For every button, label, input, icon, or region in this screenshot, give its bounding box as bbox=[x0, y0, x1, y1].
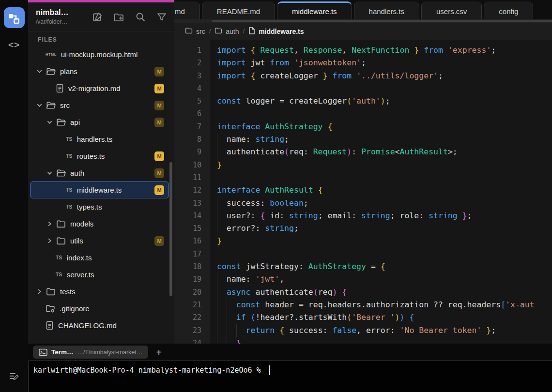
tree-item-auth[interactable]: authM bbox=[30, 165, 169, 181]
sidebar-scrollbar[interactable] bbox=[169, 162, 172, 296]
tree-item-utils[interactable]: utilsM bbox=[30, 232, 169, 249]
sidebar-header: nimbal… /var/folder… bbox=[28, 2, 174, 31]
line-number: 2 bbox=[174, 57, 210, 69]
tab-md[interactable]: md bbox=[174, 1, 200, 19]
tree-item-src[interactable]: srcM bbox=[30, 97, 169, 114]
tree-item-label: src bbox=[60, 101, 70, 109]
tree-item-changelog-md[interactable]: CHANGELOG.md bbox=[30, 317, 169, 334]
tab-scrollbar[interactable] bbox=[174, 19, 552, 23]
code-line-18: const jwtStrategy: AuthStrategy = { bbox=[217, 260, 552, 273]
terminal-tab-path: …/T/nimbalyst-market… bbox=[77, 349, 143, 356]
line-number-gutter: 123456789101112131415161718192021222324 bbox=[174, 40, 210, 344]
code-brackets-icon[interactable]: <> bbox=[8, 40, 20, 50]
code-editor[interactable]: 123456789101112131415161718192021222324 … bbox=[174, 40, 552, 344]
editor-area: mdREADME.mdmiddleware.tshandlers.tsusers… bbox=[174, 0, 552, 344]
folder-open-icon bbox=[46, 101, 56, 109]
compose-notes-icon[interactable] bbox=[0, 371, 28, 381]
code-line-15: error?: string; bbox=[217, 222, 552, 235]
modified-badge: M bbox=[154, 67, 164, 76]
breadcrumb: src/auth/middleware.ts bbox=[174, 23, 552, 40]
line-number: 11 bbox=[174, 171, 210, 184]
ts-icon: TS bbox=[56, 272, 62, 277]
project-name: nimbal… bbox=[36, 8, 69, 17]
tree-item-middleware-ts[interactable]: TSmiddleware.tsM bbox=[30, 181, 169, 198]
terminal-tab[interactable]: Term… …/T/nimbalyst-market… bbox=[33, 346, 148, 359]
code-line-24: } bbox=[217, 337, 552, 344]
code-line-1: import { Request, Response, NextFunction… bbox=[217, 44, 552, 57]
line-number: 18 bbox=[174, 260, 210, 273]
new-terminal-button[interactable]: + bbox=[156, 347, 162, 357]
folder-icon bbox=[185, 27, 193, 35]
tab-users-csv[interactable]: users.csv bbox=[421, 1, 482, 19]
tree-item--gitignore[interactable]: .gitignore bbox=[30, 300, 169, 317]
folder-closed-icon bbox=[46, 287, 56, 296]
ts-icon: TS bbox=[66, 136, 73, 142]
ts-icon: TS bbox=[56, 255, 62, 260]
line-number: 20 bbox=[174, 286, 210, 299]
tree-item-index-ts[interactable]: TSindex.ts bbox=[30, 249, 169, 266]
code-line-7: interface AuthStrategy { bbox=[217, 121, 552, 133]
indent-guide bbox=[227, 311, 227, 324]
project-path: /var/folder… bbox=[36, 18, 69, 25]
code-line-22: if (!header?.startsWith('Bearer ')) { bbox=[217, 311, 552, 324]
code-line-10: } bbox=[217, 159, 552, 171]
breadcrumb-middleware-ts[interactable]: middleware.ts bbox=[248, 27, 304, 36]
code-line-8: name: string; bbox=[217, 133, 552, 146]
tree-item-plans[interactable]: plansM bbox=[30, 63, 169, 80]
line-number: 22 bbox=[174, 311, 210, 324]
terminal-output[interactable]: karlwirth@MacBook-Pro-4 nimbalyst-market… bbox=[28, 361, 552, 392]
tree-item-label: ui-mockup.mockup.html bbox=[61, 50, 138, 59]
search-icon[interactable] bbox=[135, 12, 146, 22]
edit-icon[interactable] bbox=[92, 12, 103, 22]
indent-guide bbox=[227, 324, 227, 337]
tree-item-label: index.ts bbox=[67, 254, 92, 262]
filter-icon[interactable] bbox=[156, 12, 167, 22]
tree-item-v2-migration-md[interactable]: v2-migration.mdM bbox=[30, 80, 169, 97]
tab-config[interactable]: config bbox=[484, 1, 533, 19]
indent-guide bbox=[217, 324, 217, 337]
tree-item-label: utils bbox=[70, 237, 83, 245]
line-number: 8 bbox=[174, 133, 210, 146]
code-line-17 bbox=[217, 248, 552, 260]
html-icon: HTML bbox=[46, 52, 57, 57]
breadcrumb-src[interactable]: src bbox=[185, 27, 205, 35]
line-number: 13 bbox=[174, 197, 210, 210]
line-number: 6 bbox=[174, 107, 210, 120]
tab-handlers-ts[interactable]: handlers.ts bbox=[354, 1, 419, 19]
code-line-6 bbox=[217, 107, 552, 120]
file-icon bbox=[248, 27, 255, 36]
tree-item-handlers-ts[interactable]: TShandlers.ts bbox=[30, 131, 169, 148]
line-number: 12 bbox=[174, 184, 210, 196]
indent-guide bbox=[217, 286, 217, 299]
code-line-14: user?: { id: string; email: string; role… bbox=[217, 210, 552, 222]
tree-item-label: auth bbox=[70, 169, 84, 177]
tab-readme-md[interactable]: README.md bbox=[202, 1, 275, 19]
modified-badge: M bbox=[154, 151, 164, 161]
tree-item-api[interactable]: apiM bbox=[30, 114, 169, 131]
tree-item-tests[interactable]: tests bbox=[30, 283, 169, 300]
tree-item-ui-mockup-mockup-html[interactable]: HTMLui-mockup.mockup.html bbox=[30, 46, 169, 63]
breadcrumb-auth[interactable]: auth bbox=[215, 27, 239, 35]
ts-icon: TS bbox=[66, 153, 73, 159]
tree-item-types-ts[interactable]: TStypes.ts bbox=[30, 198, 169, 215]
tree-item-label: server.ts bbox=[67, 271, 94, 279]
line-number: 24 bbox=[174, 337, 210, 344]
breadcrumb-separator: / bbox=[209, 28, 211, 35]
terminal-icon bbox=[39, 348, 47, 356]
app-logo-icon[interactable] bbox=[4, 7, 25, 28]
tree-item-routes-ts[interactable]: TSroutes.tsM bbox=[30, 148, 169, 165]
tree-item-label: middleware.ts bbox=[77, 186, 122, 194]
modified-badge: M bbox=[154, 236, 164, 246]
ts-icon: TS bbox=[66, 187, 73, 193]
tab-middleware-ts[interactable]: middleware.ts bbox=[277, 1, 352, 19]
indent-guide bbox=[217, 133, 217, 146]
tab-scrollbar-thumb[interactable] bbox=[212, 20, 552, 22]
tree-item-server-ts[interactable]: TSserver.ts bbox=[30, 266, 169, 283]
line-number: 5 bbox=[174, 95, 210, 107]
line-number: 21 bbox=[174, 299, 210, 311]
code-content[interactable]: import { Request, Response, NextFunction… bbox=[210, 40, 552, 344]
breadcrumb-separator: / bbox=[243, 28, 245, 35]
indent-guide bbox=[217, 273, 217, 286]
new-folder-icon[interactable] bbox=[113, 12, 124, 22]
tree-item-models[interactable]: models bbox=[30, 215, 169, 232]
